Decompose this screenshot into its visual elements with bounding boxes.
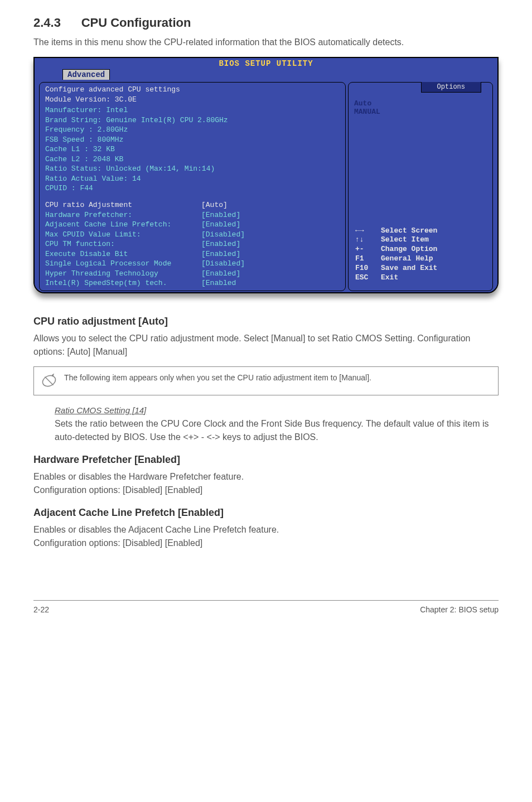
info-line: Brand String: Genuine Intel(R) CPU 2.80G… — [45, 115, 340, 125]
key-symbol: ESC — [355, 273, 381, 283]
setting-label: Max CPUID Value Limit: — [45, 230, 201, 240]
setting-value: [Enabled] — [201, 239, 240, 249]
setting-row[interactable]: Hyper Threading Technology [Enabled] — [45, 269, 340, 279]
section-heading: 2.4.3 CPU Configuration — [33, 16, 499, 30]
tab-advanced[interactable]: Advanced — [62, 69, 110, 80]
info-line: Ratio Status: Unlocked (Max:14, Min:14) — [45, 164, 340, 174]
setting-label: CPU ratio Adjustment — [45, 200, 201, 210]
footer-chapter: Chapter 2: BIOS setup — [420, 605, 499, 614]
key-text: Select Screen — [381, 226, 437, 236]
key-row: +- Change Option — [355, 245, 486, 254]
cpu-ratio-text: Allows you to select the CPU ratio adjus… — [33, 332, 499, 359]
setting-row[interactable]: Adjacent Cache Line Prefetch: [Enabled] — [45, 220, 340, 230]
info-line: FSB Speed : 800MHz — [45, 135, 340, 145]
setting-label: Adjacent Cache Line Prefetch: — [45, 220, 201, 230]
bios-config-header: Configure advanced CPU settings — [45, 85, 340, 95]
bios-content: Configure advanced CPU settings Module V… — [35, 81, 497, 292]
setting-row[interactable]: Intel(R) SpeedStep(tm) tech. [Enabled — [45, 278, 340, 288]
bios-title: BIOS SETUP UTILITY — [35, 58, 497, 69]
setting-label: Execute Disable Bit — [45, 249, 201, 259]
setting-value: [Enabled] — [201, 249, 240, 259]
bios-right-panel: Options Auto MANUAL ←→ Select Screen ↑↓ … — [348, 82, 493, 291]
bios-tabs: Advanced — [35, 69, 497, 80]
setting-value: [Enabled] — [201, 269, 240, 279]
ratio-cmos-text: Sets the ratio between the CPU Core Cloc… — [55, 417, 499, 444]
note-icon — [41, 373, 57, 389]
setting-label: Single Logical Processor Mode — [45, 259, 201, 269]
adjacent-cache-heading: Adjacent Cache Line Prefetch [Enabled] — [33, 507, 499, 519]
setting-label: Hardware Prefetcher: — [45, 210, 201, 220]
footer-page-number: 2-22 — [33, 605, 49, 614]
info-line: Cache L2 : 2048 KB — [45, 154, 340, 165]
key-text: Save and Exit — [381, 264, 437, 273]
hp-line1: Enables or disables the Hardware Prefetc… — [33, 472, 244, 481]
note-box: The following item appears only when you… — [33, 366, 499, 395]
key-row: F1 General Help — [355, 254, 486, 264]
key-symbol: F10 — [355, 264, 381, 273]
info-line: Cache L1 : 32 KB — [45, 144, 340, 154]
info-line: Frequency : 2.80GHz — [45, 125, 340, 135]
hardware-prefetch-text: Enables or disables the Hardware Prefetc… — [33, 470, 499, 497]
key-text: General Help — [381, 254, 433, 264]
key-text: Select Item — [381, 235, 429, 245]
setting-row[interactable]: CPU TM function: [Enabled] — [45, 239, 340, 249]
info-line: Manufacturer: Intel — [45, 105, 340, 115]
setting-value: [Enabled — [201, 278, 236, 288]
page-footer: 2-22 Chapter 2: BIOS setup — [33, 600, 499, 614]
note-text: The following item appears only when you… — [64, 373, 371, 384]
key-row: F10 Save and Exit — [355, 264, 486, 273]
ac-line2: Configuration options: [Disabled] [Enabl… — [33, 538, 202, 548]
setting-value: [Enabled] — [201, 210, 240, 220]
bios-screenshot: BIOS SETUP UTILITY Advanced Configure ad… — [33, 57, 499, 293]
section-number: 2.4.3 — [33, 16, 61, 30]
key-symbol: +- — [355, 245, 381, 254]
bios-settings-block: CPU ratio Adjustment [Auto] Hardware Pre… — [45, 200, 340, 288]
bios-info-block: Manufacturer: Intel Brand String: Genuin… — [45, 105, 340, 194]
setting-row[interactable]: Execute Disable Bit [Enabled] — [45, 249, 340, 259]
options-list: Auto MANUAL — [354, 99, 487, 116]
key-row: ↑↓ Select Item — [355, 235, 486, 245]
key-symbol: ↑↓ — [355, 235, 381, 245]
section-title-text: CPU Configuration — [81, 16, 191, 30]
setting-value: [Enabled] — [201, 220, 240, 230]
setting-row[interactable]: Max CPUID Value Limit: [Disabled] — [45, 230, 340, 240]
setting-row[interactable]: CPU ratio Adjustment [Auto] — [45, 200, 340, 210]
ac-line1: Enables or disables the Adjacent Cache L… — [33, 525, 279, 534]
option-item[interactable]: MANUAL — [354, 108, 487, 116]
ratio-cmos-block: Ratio CMOS Setting [14] Sets the ratio b… — [55, 405, 499, 444]
info-line: CPUID : F44 — [45, 183, 340, 194]
key-row: ESC Exit — [355, 273, 486, 283]
key-text: Change Option — [381, 245, 437, 254]
setting-value: [Disabled] — [201, 259, 245, 269]
setting-label: Hyper Threading Technology — [45, 269, 201, 279]
setting-row[interactable]: Hardware Prefetcher: [Enabled] — [45, 210, 340, 220]
setting-row[interactable]: Single Logical Processor Mode [Disabled] — [45, 259, 340, 269]
options-badge: Options — [421, 82, 481, 93]
bios-module-version: Module Version: 3C.0E — [45, 95, 340, 105]
bios-left-panel: Configure advanced CPU settings Module V… — [39, 82, 346, 291]
setting-value: [Disabled] — [201, 230, 245, 240]
key-text: Exit — [381, 273, 398, 283]
info-line: Ratio Actual Value: 14 — [45, 174, 340, 184]
hp-line2: Configuration options: [Disabled] [Enabl… — [33, 485, 202, 495]
cpu-ratio-heading: CPU ratio adjustment [Auto] — [33, 316, 499, 327]
adjacent-cache-text: Enables or disables the Adjacent Cache L… — [33, 523, 499, 550]
key-symbol: ←→ — [355, 226, 381, 236]
option-item[interactable]: Auto — [354, 99, 487, 108]
ratio-cmos-title: Ratio CMOS Setting [14] — [55, 405, 499, 415]
key-symbol: F1 — [355, 254, 381, 264]
setting-value: [Auto] — [201, 200, 228, 210]
section-intro: The items in this menu show the CPU-rela… — [33, 36, 499, 49]
setting-label: CPU TM function: — [45, 239, 201, 249]
setting-label: Intel(R) SpeedStep(tm) tech. — [45, 278, 201, 288]
bios-key-legend: ←→ Select Screen ↑↓ Select Item +- Chang… — [355, 226, 486, 283]
hardware-prefetch-heading: Hardware Prefetcher [Enabled] — [33, 454, 499, 466]
key-row: ←→ Select Screen — [355, 226, 486, 236]
